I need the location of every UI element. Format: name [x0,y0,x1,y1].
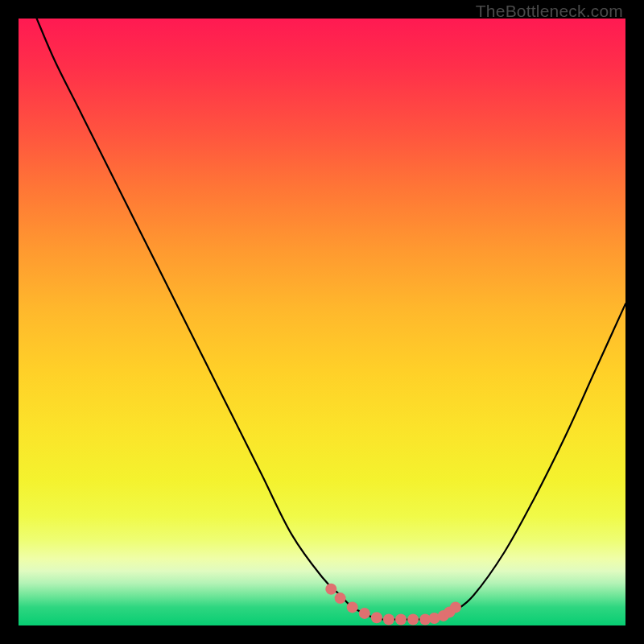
marker-dot [450,601,461,613]
marker-dot [325,584,336,595]
marker-dot [347,601,358,613]
curve-overlay [19,19,625,625]
marker-dot [371,612,382,623]
highlight-markers [325,584,461,625]
bottleneck-curve [37,19,625,620]
marker-dot [359,608,370,619]
marker-dot [335,592,346,604]
marker-dot [395,614,407,625]
marker-dot [383,614,394,625]
marker-dot [407,614,419,625]
